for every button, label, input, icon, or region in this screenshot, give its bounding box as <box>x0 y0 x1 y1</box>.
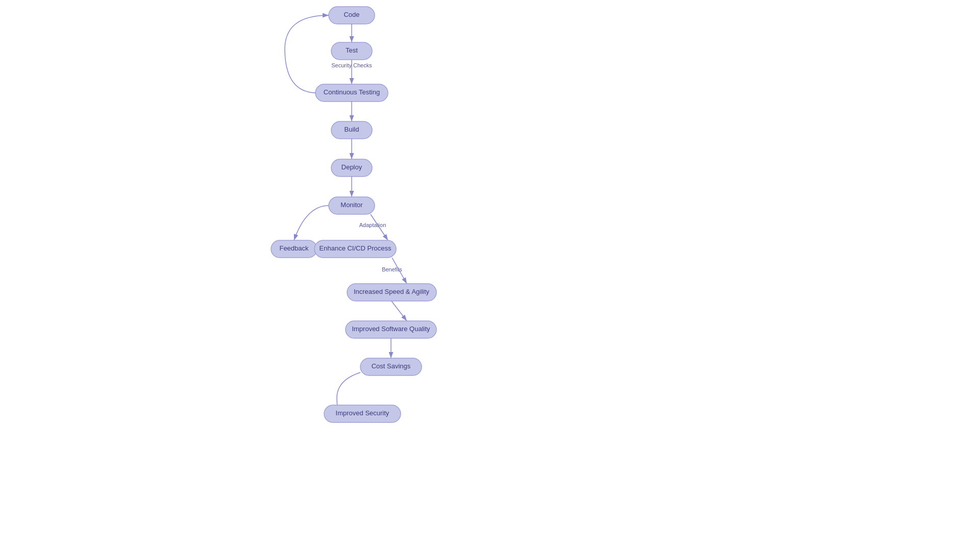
build-label: Build <box>345 126 359 133</box>
enhance-cicd-label: Enhance CI/CD Process <box>320 244 391 252</box>
arrow-monitor-feedback <box>294 206 329 240</box>
increased-speed-label: Increased Speed & Agility <box>354 288 430 295</box>
monitor-label: Monitor <box>340 201 363 209</box>
benefits-label: Benefits <box>382 266 402 272</box>
cost-savings-label: Cost Savings <box>372 362 411 370</box>
feedback-label: Feedback <box>279 244 309 252</box>
deploy-label: Deploy <box>341 163 362 171</box>
improved-quality-label: Improved Software Quality <box>352 325 430 333</box>
continuous-testing-label: Continuous Testing <box>324 88 380 96</box>
adaptation-label: Adaptation <box>359 222 386 228</box>
diagram-container: Code Test Security Checks Continuous Tes… <box>0 0 980 551</box>
flow-diagram: Code Test Security Checks Continuous Tes… <box>0 0 980 551</box>
arrow-speed-quality <box>391 301 407 321</box>
code-label: Code <box>344 11 359 18</box>
arrow-ct-left <box>285 15 329 93</box>
test-label: Test <box>346 46 358 54</box>
improved-security-label: Improved Security <box>336 409 389 417</box>
